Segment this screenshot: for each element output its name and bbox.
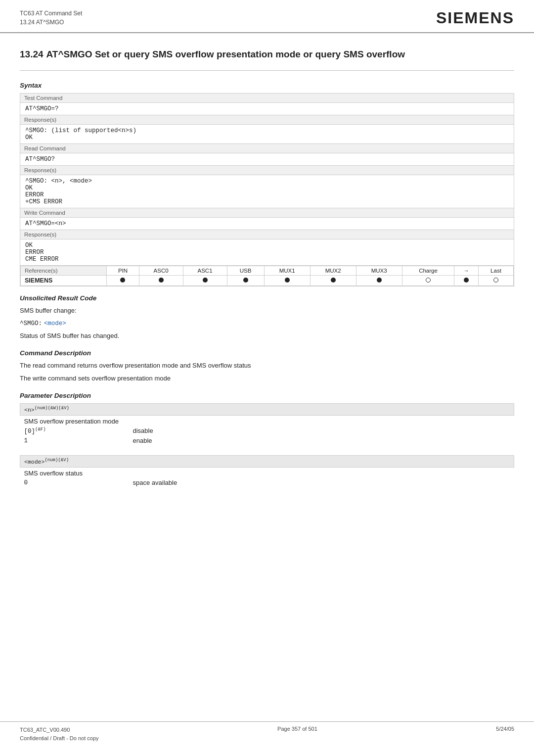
syntax-table: Test Command AT^SMGO=? Response(s) ^SMGO… — [20, 93, 514, 286]
ref-value-row: SIEMENS — [21, 275, 514, 285]
ref-header-row: Reference(s) PIN ASC0 ASC1 USB MUX1 MUX2… — [21, 266, 514, 275]
section-number: 13.24 — [20, 49, 44, 59]
param-mode-val0-key: 0 — [20, 478, 129, 487]
footer-left: TC63_ATC_V00.490 Confidential / Draft - … — [20, 726, 99, 742]
ref-dot-last — [478, 275, 513, 285]
write-command-label: Write Command — [20, 208, 514, 217]
param-n-table: <n>(num)(&W)(&V) SMS overflow presentati… — [20, 403, 514, 445]
param-n-id: <n>(num)(&W)(&V) — [20, 403, 514, 415]
param-mode-sup: (num)(&V) — [44, 458, 69, 463]
unsolicited-code: ^SMGO: <mode> — [20, 318, 514, 329]
parameter-description-heading: Parameter Description — [20, 392, 514, 399]
param-n-header: <n>(num)(&W)(&V) — [20, 403, 514, 415]
test-response-code: ^SMGO: (list of supported<n>s)OK — [20, 124, 514, 143]
section-title-text: AT^SMGO Set or query SMS overflow presen… — [46, 49, 405, 59]
test-response-label-row: Response(s) — [20, 115, 514, 124]
read-response-row: ^SMGO: <n>, <mode>OKERROR+CMS ERROR — [20, 175, 514, 208]
param-n-val0-key: [0](&F) — [20, 426, 129, 436]
syntax-heading: Syntax — [20, 82, 514, 89]
unsolicited-title: SMS buffer change: — [20, 306, 514, 316]
ref-col-pin: PIN — [107, 266, 139, 275]
test-command-code: AT^SMGO=? — [20, 102, 514, 115]
dot-charge — [426, 278, 431, 283]
test-command-row: AT^SMGO=? — [20, 102, 514, 115]
param-n-sup: (num)(&W)(&V) — [35, 406, 69, 411]
footer-confidential: Confidential / Draft - Do not copy — [20, 734, 99, 743]
reference-label-row: Reference(s) PIN ASC0 ASC1 USB MUX1 MUX2… — [20, 265, 514, 286]
ref-col-charge: Charge — [402, 266, 454, 275]
ref-col-mux2: MUX2 — [310, 266, 356, 275]
read-command-code: AT^SMGO? — [20, 153, 514, 165]
param-n-val1-desc: enable — [129, 436, 514, 445]
ref-dot-charge — [402, 275, 454, 285]
write-command-label-row: Write Command — [20, 208, 514, 217]
ref-col-last: Last — [478, 266, 513, 275]
param-n-val0: [0](&F) disable — [20, 426, 514, 436]
read-response-label-row: Response(s) — [20, 165, 514, 175]
ref-dot-usb — [227, 275, 264, 285]
ref-col-asc0: ASC0 — [139, 266, 183, 275]
dot-mux3 — [377, 278, 382, 283]
write-command-row: AT^SMGO=<n> — [20, 217, 514, 230]
read-command-label: Read Command — [20, 143, 514, 153]
unsolicited-heading: Unsolicited Result Code — [20, 294, 514, 302]
ref-value-cell: SIEMENS — [21, 275, 107, 285]
ref-dot-pin — [107, 275, 139, 285]
dot-asc1 — [203, 278, 208, 283]
header-doc-info: TC63 AT Command Set 13.24 AT^SMGO — [20, 9, 82, 27]
spacer — [20, 448, 514, 455]
main-content: 13.24AT^SMGO Set or query SMS overflow p… — [0, 33, 534, 510]
param-mode-val0: 0 space available — [20, 478, 514, 487]
footer-date: 5/24/05 — [496, 726, 514, 742]
ref-col-mux1: MUX1 — [264, 266, 310, 275]
page-footer: TC63_ATC_V00.490 Confidential / Draft - … — [0, 721, 534, 746]
param-n-val1: 1 enable — [20, 436, 514, 445]
header-section-ref: 13.24 AT^SMGO — [20, 18, 82, 27]
test-response-row: ^SMGO: (list of supported<n>s)OK — [20, 124, 514, 143]
ref-col-usb: USB — [227, 266, 264, 275]
write-response-row: OKERRORCME ERROR — [20, 239, 514, 265]
command-desc-line2: The write command sets overflow presenta… — [20, 374, 514, 384]
footer-doc-id: TC63_ATC_V00.490 — [20, 726, 99, 734]
read-response-label: Response(s) — [20, 165, 514, 175]
dot-mux2 — [331, 278, 336, 283]
test-command-label: Test Command — [20, 93, 514, 102]
param-mode-val0-desc: space available — [129, 478, 514, 487]
ref-label-cell: Reference(s) — [21, 266, 107, 275]
dot-asc0 — [159, 278, 164, 283]
command-description-heading: Command Description — [20, 349, 514, 357]
read-response-code: ^SMGO: <n>, <mode>OKERROR+CMS ERROR — [20, 175, 514, 208]
param-mode-header: <mode>(num)(&V) — [20, 455, 514, 467]
ref-col-asc1: ASC1 — [183, 266, 227, 275]
param-n-val0-desc: disable — [129, 426, 514, 436]
read-command-row: AT^SMGO? — [20, 153, 514, 165]
param-mode-description: SMS overflow status — [20, 467, 514, 478]
unsolicited-description: Status of SMS buffer has changed. — [20, 331, 514, 341]
ref-dot-asc1 — [183, 275, 227, 285]
ref-col-arrow: → — [454, 266, 479, 275]
write-command-code: AT^SMGO=<n> — [20, 217, 514, 230]
dot-arrow-filled — [464, 278, 469, 283]
ref-col-mux3: MUX3 — [356, 266, 402, 275]
siemens-logo: SIEMENS — [436, 9, 514, 27]
ref-dot-mux1 — [264, 275, 310, 285]
param-n-description: SMS overflow presentation mode — [20, 415, 514, 426]
footer-page-number: Page 357 of 501 — [277, 726, 317, 742]
ref-dot-asc0 — [139, 275, 183, 285]
write-response-label: Response(s) — [20, 230, 514, 239]
param-mode-id: <mode>(num)(&V) — [20, 455, 514, 467]
param-mode-table: <mode>(num)(&V) SMS overflow status 0 sp… — [20, 455, 514, 487]
dot-usb — [243, 278, 248, 283]
write-response-label-row: Response(s) — [20, 230, 514, 239]
ref-dot-arrow — [454, 275, 479, 285]
dot-last — [493, 278, 498, 283]
command-desc-line1: The read command returns overflow presen… — [20, 361, 514, 371]
ref-dot-mux2 — [310, 275, 356, 285]
divider — [20, 70, 514, 71]
param-mode-desc-row: SMS overflow status — [20, 467, 514, 478]
page-header: TC63 AT Command Set 13.24 AT^SMGO SIEMEN… — [0, 0, 534, 33]
reference-table: Reference(s) PIN ASC0 ASC1 USB MUX1 MUX2… — [20, 266, 514, 286]
ref-dot-mux3 — [356, 275, 402, 285]
param-n-desc-row: SMS overflow presentation mode — [20, 415, 514, 426]
section-title: 13.24AT^SMGO Set or query SMS overflow p… — [20, 48, 514, 61]
